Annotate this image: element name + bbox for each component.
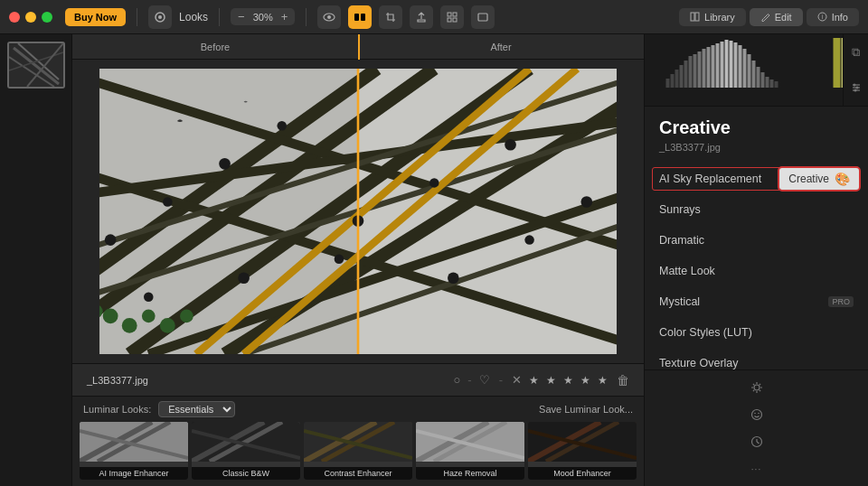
- close-button[interactable]: [9, 12, 20, 23]
- svg-rect-82: [689, 56, 693, 88]
- svg-point-41: [429, 178, 439, 188]
- svg-rect-101: [775, 81, 778, 88]
- svg-rect-99: [766, 77, 769, 88]
- separator: [137, 8, 137, 26]
- star-5[interactable]: ★: [598, 374, 608, 387]
- filmstrip: [0, 34, 72, 486]
- svg-rect-86: [707, 47, 711, 88]
- buy-now-button[interactable]: Buy Now: [65, 8, 126, 26]
- svg-rect-81: [684, 61, 688, 88]
- looks-icon[interactable]: [148, 5, 172, 29]
- crop-icon[interactable]: [379, 5, 402, 29]
- separator-dot-2: -: [499, 373, 503, 387]
- svg-rect-94: [743, 49, 747, 88]
- sun-adjustments-icon[interactable]: [745, 376, 769, 399]
- svg-rect-6: [448, 13, 451, 16]
- split-view-icon[interactable]: [348, 5, 372, 29]
- menu-item-mystical[interactable]: Mystical PRO: [645, 286, 868, 317]
- layers-panel-icon[interactable]: ⧉: [844, 41, 868, 64]
- reject-icon[interactable]: ✕: [512, 373, 522, 387]
- grid-icon[interactable]: [440, 5, 464, 29]
- svg-rect-92: [734, 42, 738, 88]
- right-panel: ⧉ Creative _L3B3377.jpg: [644, 34, 868, 486]
- svg-point-107: [853, 84, 855, 87]
- svg-line-115: [752, 384, 753, 385]
- star-2[interactable]: ★: [546, 374, 556, 387]
- filename: _L3B3377.jpg: [87, 375, 148, 386]
- look-item-mood[interactable]: Mood Enhancer: [528, 422, 637, 480]
- look-thumb-ai: [80, 422, 188, 462]
- look-thumb-bw: [192, 422, 300, 462]
- svg-rect-11: [691, 13, 694, 21]
- svg-point-110: [754, 385, 760, 390]
- menu-item-color-styles[interactable]: Color Styles (LUT): [645, 317, 868, 348]
- svg-point-108: [855, 87, 858, 89]
- edit-tab[interactable]: Edit: [750, 8, 803, 26]
- titlebar: Buy Now Looks − 30% + Library Edit: [0, 0, 868, 34]
- library-tab[interactable]: Library: [679, 8, 746, 26]
- star-3[interactable]: ★: [563, 374, 573, 387]
- creative-button[interactable]: Creative 🎨: [778, 166, 861, 192]
- creative-btn-label: Creative: [788, 173, 829, 185]
- svg-point-48: [580, 196, 592, 208]
- svg-point-36: [105, 234, 117, 246]
- look-label-bw: Classic B&W: [192, 467, 300, 480]
- save-looks-button[interactable]: Save Luminar Look...: [539, 404, 633, 415]
- svg-point-54: [180, 309, 193, 322]
- look-item-ai[interactable]: AI Image Enhancer: [80, 422, 188, 480]
- looks-bar: Luminar Looks: Essentials Save Luminar L…: [72, 396, 644, 486]
- circle-icon: ○: [453, 373, 460, 387]
- separator-dot: -: [467, 373, 471, 387]
- star-1[interactable]: ★: [529, 374, 539, 387]
- menu-item-matte-look[interactable]: Matte Look: [645, 256, 868, 286]
- filmstrip-thumb[interactable]: [7, 42, 65, 89]
- more-options-icon[interactable]: ···: [745, 457, 769, 481]
- separator-3: [306, 8, 307, 26]
- maximize-button[interactable]: [42, 12, 52, 23]
- svg-rect-96: [752, 61, 756, 88]
- svg-point-47: [524, 235, 534, 245]
- smiley-icon[interactable]: [745, 403, 769, 426]
- zoom-control: − 30% +: [231, 8, 295, 25]
- info-tab[interactable]: i Info: [807, 8, 859, 26]
- eye-icon[interactable]: [317, 5, 341, 29]
- menu-item-label-mystical: Mystical: [659, 295, 828, 308]
- menu-item-label-sunrays: Sunrays: [659, 203, 854, 216]
- svg-point-120: [754, 413, 756, 415]
- bottom-bar: _L3B3377.jpg ○ - ♡ - ✕ ★ ★ ★ ★ ★ 🗑: [72, 363, 644, 396]
- histogram-area: ⧉: [645, 34, 868, 107]
- svg-point-49: [103, 308, 118, 323]
- menu-item-texture-overlay[interactable]: Texture Overlay: [645, 348, 868, 369]
- look-item-contrast[interactable]: Contrast Enhancer: [304, 422, 412, 480]
- look-item-bw[interactable]: Classic B&W: [192, 422, 300, 480]
- svg-line-116: [759, 390, 760, 391]
- svg-text:i: i: [821, 14, 823, 20]
- menu-item-dramatic[interactable]: Dramatic: [645, 225, 868, 256]
- zoom-minus-button[interactable]: −: [236, 10, 247, 23]
- rating-area: ○ - ♡ - ✕ ★ ★ ★ ★ ★: [453, 373, 608, 387]
- zoom-level: 30%: [250, 12, 276, 23]
- minimize-button[interactable]: [25, 12, 36, 23]
- svg-rect-10: [478, 14, 487, 21]
- window-icon[interactable]: [471, 5, 495, 29]
- after-label: After: [358, 34, 644, 60]
- svg-rect-93: [739, 45, 742, 88]
- menu-item-sunrays[interactable]: Sunrays: [645, 194, 868, 225]
- split-divider: [358, 34, 360, 60]
- heart-icon[interactable]: ♡: [479, 373, 490, 387]
- look-label-contrast: Contrast Enhancer: [304, 467, 412, 480]
- zoom-plus-button[interactable]: +: [279, 10, 290, 23]
- export-icon[interactable]: [410, 5, 433, 29]
- clock-icon[interactable]: [745, 430, 769, 453]
- adjust-panel-icon[interactable]: [844, 76, 868, 99]
- looks-dropdown[interactable]: Essentials: [158, 401, 235, 417]
- look-item-haze[interactable]: Haze Removal: [416, 422, 524, 480]
- svg-point-109: [854, 89, 856, 92]
- trash-icon[interactable]: 🗑: [617, 373, 629, 388]
- looks-thumbs: AI Image Enhancer Classic B&W: [72, 422, 644, 480]
- look-label-ai: AI Image Enhancer: [80, 467, 188, 480]
- look-thumb-mood: [528, 422, 637, 462]
- canvas-area[interactable]: [72, 60, 644, 363]
- menu-item-ai-sky[interactable]: AI Sky Replacement Creative 🎨: [645, 164, 868, 194]
- star-4[interactable]: ★: [580, 374, 590, 387]
